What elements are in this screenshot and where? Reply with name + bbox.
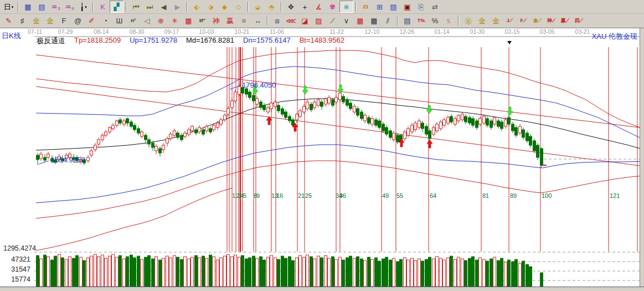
si-angle-icon[interactable]: 四⟋	[572, 14, 586, 27]
vertical-scrollbar[interactable]	[640, 28, 644, 287]
timeshare-chart-icon[interactable]: ▞	[110, 1, 123, 13]
save-icon[interactable]: ▣	[400, 1, 414, 13]
date-axis-label: 01-30	[470, 28, 485, 35]
candle-body	[253, 95, 255, 101]
percent-lines-icon[interactable]: ﹪	[442, 14, 456, 27]
j-angle-icon[interactable]: J⟋	[503, 14, 517, 27]
quote-note-icon[interactable]: ▤	[35, 1, 49, 13]
compress-diamond-icon[interactable]: ⬥	[218, 1, 231, 13]
candle-type-icon[interactable]: ╽▾	[76, 1, 90, 13]
spiral-icon: @	[74, 17, 81, 24]
f-gann-icon[interactable]: F	[57, 14, 71, 27]
shen-tool-icon[interactable]: 神	[209, 14, 223, 27]
volume-bar	[285, 258, 287, 287]
gold-ratio-icon[interactable]: 金	[29, 14, 43, 27]
volume-bar	[76, 256, 79, 287]
gann-box-icon[interactable]: ▦	[182, 14, 195, 27]
spiral-icon[interactable]: @	[71, 14, 85, 27]
volume-bar	[205, 258, 208, 287]
next-bar-icon[interactable]: ▶	[171, 1, 184, 13]
volume-bar	[119, 256, 122, 287]
volume-bar	[468, 258, 471, 287]
calculator-icon[interactable]: ⊞	[373, 1, 387, 13]
measure-tool-icon[interactable]: ∡	[312, 1, 326, 13]
box-select-tool-icon[interactable]: ⧈	[270, 14, 284, 27]
arc-sector-tool-icon[interactable]: ◪	[298, 14, 312, 27]
toolbar-separator	[458, 16, 459, 25]
width-measure-icon[interactable]: ↔	[251, 14, 265, 27]
ying-tool-icon[interactable]: 赢	[223, 14, 237, 27]
percent-icon[interactable]: %	[428, 14, 442, 27]
date-axis-label: 03-21	[575, 28, 590, 35]
gold-angle-icon[interactable]: 金⟋	[530, 14, 544, 27]
analysis-brain-icon[interactable]: ※	[339, 1, 353, 13]
last-page-icon[interactable]: ⏭	[143, 1, 157, 13]
n-square-icon[interactable]: n²	[126, 14, 140, 27]
candle-body	[396, 135, 399, 142]
date-axis-label: 07-29	[58, 28, 73, 35]
crosshair-tool-icon[interactable]: ＋	[298, 1, 312, 13]
parallel-lines-tool-icon[interactable]: ⫽	[381, 14, 395, 27]
prev-bar-icon[interactable]: ◀	[157, 1, 171, 13]
candle-body	[418, 121, 421, 127]
wave-count-icon[interactable]: И″	[195, 14, 209, 27]
period-day-button[interactable]: 日▾	[2, 1, 16, 13]
indicator-param-row: 极反通道 Tp=1818.2509Up=1751.9278Md=1676.828…	[37, 36, 344, 46]
pattern-match-icon[interactable]: ✾	[326, 1, 339, 13]
candle-body	[393, 133, 395, 140]
f-angle-icon[interactable]: F⟋	[517, 14, 530, 27]
gold-lines-icon[interactable]: 金	[475, 14, 489, 27]
notebook-icon[interactable]: ▤	[387, 1, 400, 13]
grid-red-tool-icon[interactable]: ▦	[353, 14, 367, 27]
gann-star-icon[interactable]: ✳	[168, 14, 182, 27]
candle-body	[169, 134, 172, 139]
download-data-icon[interactable]: ⇄	[428, 1, 442, 13]
expand-diamond-icon[interactable]: ⬦	[231, 1, 245, 13]
cycle-clock-icon[interactable]: ◔	[99, 14, 112, 27]
grid-dark-tool-icon[interactable]: ▦	[367, 14, 381, 27]
shift-right-diamond-icon[interactable]: ⬗	[204, 1, 218, 13]
zoom-in-diamond-icon[interactable]: ⬘	[265, 1, 279, 13]
candle-body	[162, 145, 165, 150]
candle-body	[357, 109, 359, 115]
window-layout-icon[interactable]: ▦	[21, 1, 35, 13]
volume-bar	[306, 255, 309, 287]
calendar-icon[interactable]: 21	[359, 1, 373, 13]
candle-body	[436, 124, 439, 131]
fan-lines-tool-icon[interactable]: ⋘	[284, 14, 298, 27]
draw-pen-icon[interactable]: ✎	[2, 14, 16, 27]
kline-pattern-icon[interactable]: K	[96, 1, 110, 13]
export-icon[interactable]: ⎘	[414, 1, 428, 13]
zigzag-tool-icon[interactable]: ∨	[339, 14, 353, 27]
zoom-out-diamond-icon[interactable]: ⬙	[251, 1, 265, 13]
first-page-icon[interactable]: ⏮	[129, 1, 143, 13]
gold-tilt-icon[interactable]: ⾦	[489, 14, 503, 27]
period-day-button: 日	[4, 3, 11, 11]
marker-pen-icon[interactable]: ✐	[85, 14, 99, 27]
candle-body	[47, 154, 50, 157]
gann-target-icon[interactable]: ⊕	[154, 14, 168, 27]
horizontal-scrollbar[interactable]	[0, 287, 644, 291]
volume-bar	[87, 258, 90, 287]
multi-period-3-icon[interactable]: ♒₃	[49, 1, 63, 13]
gann-fan-box-tool-icon[interactable]: ▨	[312, 14, 326, 27]
gold-ratio2-icon[interactable]: 金	[43, 14, 57, 27]
angle-flag-icon[interactable]: ◁	[140, 14, 154, 27]
gold-circle-icon[interactable]: ㊎	[461, 14, 475, 27]
volume-bar	[44, 255, 47, 287]
time-grid-icon[interactable]: Ш	[112, 14, 126, 27]
candle-body	[425, 126, 428, 134]
grid-scale-icon[interactable]: ♯	[16, 14, 29, 27]
abacus-counter-icon[interactable]: ⌗	[237, 14, 251, 27]
time-grid-icon: Ш	[116, 17, 123, 24]
shen-angle-icon[interactable]: 神⟋	[544, 14, 558, 27]
shen-tool-icon: 神	[213, 17, 220, 24]
date-axis-label: 10-03	[199, 28, 214, 35]
trend-ray-tool-icon[interactable]: ⟋	[326, 14, 339, 27]
shift-left-diamond-icon[interactable]: ⬖	[190, 1, 204, 13]
ying-angle-icon[interactable]: 赢⟋	[558, 14, 572, 27]
percent-retrace-icon[interactable]: T%	[414, 14, 428, 27]
stats-list-icon[interactable]: ▤	[400, 14, 414, 27]
hand-tool-icon[interactable]: ✥	[284, 1, 298, 13]
multi-period-9-icon[interactable]: ♒₉	[63, 1, 76, 13]
